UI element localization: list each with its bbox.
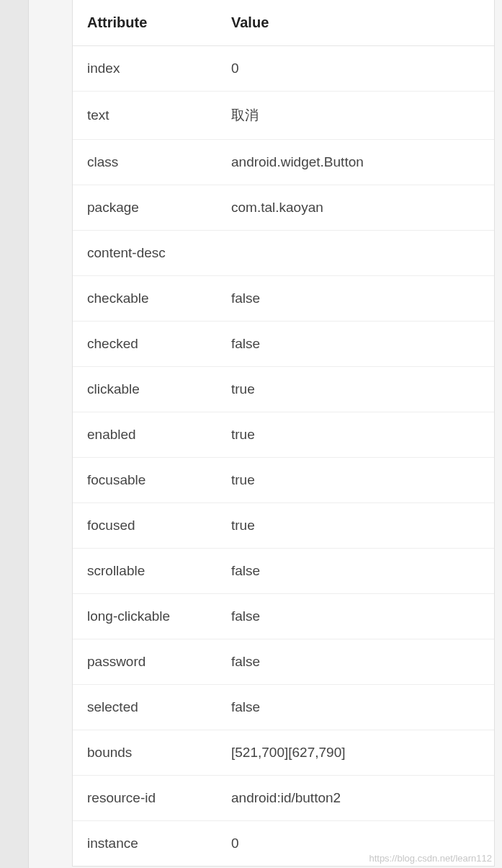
attr-value: android.widget.Button xyxy=(217,140,494,185)
header-value: Value xyxy=(217,0,494,46)
attr-value: false xyxy=(217,322,494,367)
attr-value: 0 xyxy=(217,821,494,867)
attr-value: 0 xyxy=(217,46,494,92)
attr-name: instance xyxy=(73,821,217,867)
attr-value: false xyxy=(217,276,494,322)
table-row[interactable]: content-desc xyxy=(73,231,494,276)
table-row[interactable]: bounds [521,700][627,790] xyxy=(73,730,494,776)
attr-name: focused xyxy=(73,503,217,549)
attr-name: password xyxy=(73,639,217,685)
attr-value: 取消 xyxy=(217,92,494,140)
attr-name: package xyxy=(73,185,217,231)
table-row[interactable]: checkable false xyxy=(73,276,494,322)
attr-name: index xyxy=(73,46,217,92)
attr-value: android:id/button2 xyxy=(217,776,494,821)
table-row[interactable]: clickable true xyxy=(73,367,494,412)
attr-name: enabled xyxy=(73,412,217,458)
table-row[interactable]: class android.widget.Button xyxy=(73,140,494,185)
attr-value: true xyxy=(217,412,494,458)
table-header-row: Attribute Value xyxy=(73,0,494,46)
attr-value: false xyxy=(217,685,494,730)
table-row[interactable]: focused true xyxy=(73,503,494,549)
table-row[interactable]: package com.tal.kaoyan xyxy=(73,185,494,231)
attr-value: false xyxy=(217,594,494,639)
table-row[interactable]: selected false xyxy=(73,685,494,730)
attr-name: scrollable xyxy=(73,549,217,594)
attr-name: checked xyxy=(73,322,217,367)
attr-value: true xyxy=(217,367,494,412)
attr-value: true xyxy=(217,503,494,549)
attr-name: focusable xyxy=(73,458,217,503)
attr-name: selected xyxy=(73,685,217,730)
table-row[interactable]: text 取消 xyxy=(73,92,494,140)
attr-value: false xyxy=(217,549,494,594)
table-row[interactable]: instance 0 xyxy=(73,821,494,867)
attributes-table: Attribute Value index 0 text 取消 class an… xyxy=(73,0,494,866)
table-row[interactable]: checked false xyxy=(73,322,494,367)
left-gutter xyxy=(0,0,29,868)
attr-name: checkable xyxy=(73,276,217,322)
attr-name: content-desc xyxy=(73,231,217,276)
attr-name: bounds xyxy=(73,730,217,776)
table-row[interactable]: password false xyxy=(73,639,494,685)
attr-value: com.tal.kaoyan xyxy=(217,185,494,231)
attr-value: true xyxy=(217,458,494,503)
attr-name: long-clickable xyxy=(73,594,217,639)
attr-name: clickable xyxy=(73,367,217,412)
table-row[interactable]: long-clickable false xyxy=(73,594,494,639)
attr-value: false xyxy=(217,639,494,685)
attr-name: class xyxy=(73,140,217,185)
attr-name: text xyxy=(73,92,217,140)
attr-value: [521,700][627,790] xyxy=(217,730,494,776)
table-row[interactable]: scrollable false xyxy=(73,549,494,594)
attr-name: resource-id xyxy=(73,776,217,821)
attributes-panel: Attribute Value index 0 text 取消 class an… xyxy=(72,0,495,867)
attr-value xyxy=(217,231,494,276)
table-row[interactable]: resource-id android:id/button2 xyxy=(73,776,494,821)
header-attribute: Attribute xyxy=(73,0,217,46)
table-row[interactable]: enabled true xyxy=(73,412,494,458)
table-row[interactable]: index 0 xyxy=(73,46,494,92)
table-row[interactable]: focusable true xyxy=(73,458,494,503)
